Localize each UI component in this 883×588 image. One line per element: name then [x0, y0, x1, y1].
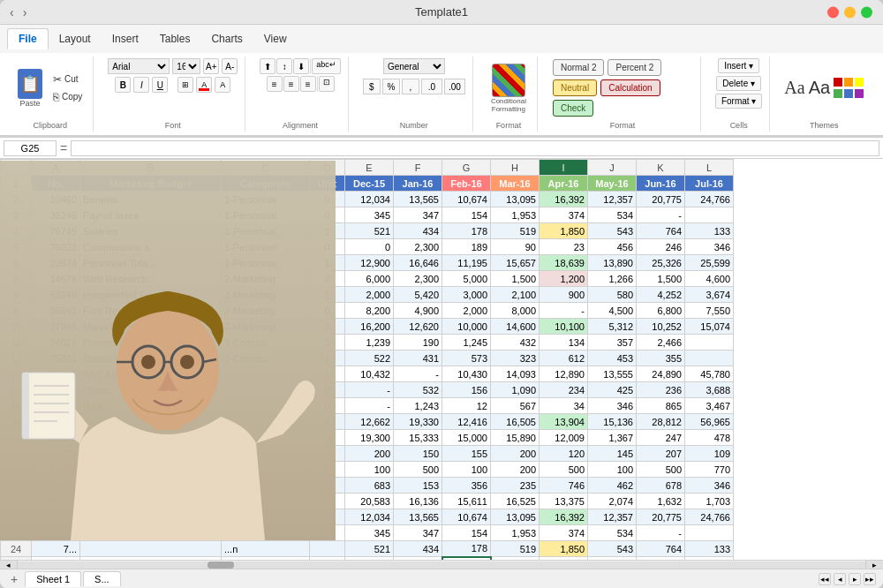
- spreadsheet-wrapper[interactable]: A B C D E F G H I J K L: [0, 159, 883, 560]
- col-header-d[interactable]: D: [310, 160, 345, 176]
- dec-inc-button[interactable]: .0: [421, 79, 442, 94]
- color-swatch-red[interactable]: [834, 78, 842, 87]
- calculation-button[interactable]: Calculation: [600, 79, 660, 96]
- font-color-button[interactable]: A: [215, 77, 230, 93]
- hdr-dec15[interactable]: Dec-15: [345, 176, 394, 192]
- font-shrink-button[interactable]: A-: [222, 58, 238, 74]
- col-header-k[interactable]: K: [637, 160, 685, 176]
- hdr-mar16[interactable]: Mar-16: [491, 176, 540, 192]
- minimize-button[interactable]: [844, 6, 856, 18]
- normal2-button[interactable]: Normal 2: [553, 59, 605, 76]
- underline-button[interactable]: U: [152, 77, 168, 93]
- col-header-f[interactable]: F: [394, 160, 442, 176]
- tab-charts[interactable]: Charts: [200, 29, 253, 49]
- nav-forward[interactable]: ›: [20, 5, 30, 19]
- delete-cells-button[interactable]: Delete ▾: [716, 76, 761, 91]
- color-swatch-yellow[interactable]: [855, 78, 864, 87]
- nav-back[interactable]: ‹: [7, 5, 17, 19]
- table-row: 623674Personnel Tota...1-Personnal112,90…: [1, 255, 734, 271]
- currency-button[interactable]: $: [363, 79, 381, 94]
- sheet-scroll-left[interactable]: ◂◂: [819, 573, 831, 585]
- color-swatch-blue[interactable]: [844, 89, 853, 98]
- horizontal-scrollbar[interactable]: ◂ ▸: [0, 560, 883, 569]
- tab-insert[interactable]: Insert: [102, 29, 149, 49]
- align-right-button[interactable]: ≡: [300, 76, 316, 92]
- hdr-no[interactable]: No.: [32, 176, 80, 192]
- color-swatch-green[interactable]: [834, 89, 842, 98]
- hdr-apr16[interactable]: Apr-16: [540, 176, 588, 192]
- scroll-right-btn[interactable]: ▸: [865, 561, 883, 569]
- spreadsheet-container[interactable]: A B C D E F G H I J K L: [0, 159, 883, 560]
- col-header-c[interactable]: C: [222, 160, 310, 176]
- italic-button[interactable]: I: [133, 77, 149, 93]
- theme-aa2[interactable]: Aa: [809, 78, 830, 98]
- hdr-may16[interactable]: May-16: [588, 176, 637, 192]
- cut-button[interactable]: ✂ Cut: [49, 72, 86, 87]
- color-swatch-purple[interactable]: [855, 89, 864, 98]
- check-button[interactable]: Check: [553, 100, 593, 117]
- formula-input[interactable]: [71, 140, 879, 156]
- scroll-left-btn[interactable]: ◂: [0, 561, 18, 569]
- hdr-jul16[interactable]: Jul-16: [685, 176, 734, 192]
- hdr-marketing-budget[interactable]: Marketing Budget: [80, 176, 222, 192]
- col-header-g[interactable]: G: [442, 160, 491, 176]
- font-grow-button[interactable]: A+: [203, 58, 219, 74]
- col-header-i[interactable]: I: [540, 160, 588, 176]
- sheet-scroll-right[interactable]: ▸▸: [864, 573, 876, 585]
- percent2-button[interactable]: Percent 2: [608, 59, 661, 76]
- maximize-button[interactable]: [861, 6, 872, 18]
- format-cells-label: Format: [610, 119, 636, 130]
- fill-color-button[interactable]: A: [196, 77, 212, 93]
- neutral-button[interactable]: Neutral: [553, 79, 597, 96]
- col-header-a[interactable]: A: [32, 160, 80, 176]
- wrap-text-button[interactable]: abc↵: [312, 58, 341, 74]
- paste-button[interactable]: 📋 Paste: [14, 67, 46, 109]
- sheet-tab-1[interactable]: Sheet 1: [25, 571, 81, 587]
- font-size-select[interactable]: 16: [172, 58, 200, 74]
- hdr-unit[interactable]: Unit: [310, 176, 345, 192]
- align-bottom-button[interactable]: ⬇: [293, 58, 309, 74]
- col-header-h[interactable]: H: [491, 160, 540, 176]
- table-row: 257602...conn...02,3001899023456246346: [1, 557, 734, 561]
- nav-arrows[interactable]: ‹ ›: [7, 5, 29, 19]
- add-sheet-button[interactable]: +: [4, 570, 25, 588]
- col-header-l[interactable]: L: [685, 160, 734, 176]
- copy-button[interactable]: ⎘ Copy: [49, 89, 86, 105]
- theme-aa1[interactable]: Aa: [784, 78, 804, 98]
- color-swatch-orange[interactable]: [844, 78, 853, 87]
- clipboard-content: 📋 Paste ✂ Cut ⎘ Copy: [14, 58, 86, 117]
- borders-button[interactable]: ⊞: [177, 77, 193, 93]
- close-button[interactable]: [827, 6, 839, 18]
- font-name-select[interactable]: Arial: [108, 58, 170, 74]
- align-center-button[interactable]: ≡: [283, 76, 299, 92]
- table-row: 2212,03413,56510,67413,09516,39212,35720…: [1, 509, 734, 525]
- col-header-b[interactable]: B: [80, 160, 222, 176]
- format-cells-button[interactable]: Format ▾: [715, 94, 762, 109]
- tab-layout[interactable]: Layout: [49, 29, 102, 49]
- align-middle-button[interactable]: ↕: [276, 58, 292, 74]
- conditional-format-button[interactable]: ConditionalFormatting: [487, 62, 530, 115]
- tab-view[interactable]: View: [253, 29, 298, 49]
- col-header-j[interactable]: J: [588, 160, 637, 176]
- align-top-button[interactable]: ⬆: [260, 58, 275, 74]
- tab-file[interactable]: File: [7, 28, 49, 49]
- dec-dec-button[interactable]: .00: [444, 79, 465, 94]
- insert-cells-button[interactable]: Insert ▾: [718, 58, 759, 73]
- col-header-e[interactable]: E: [345, 160, 394, 176]
- hdr-categories[interactable]: Categories: [222, 176, 310, 192]
- cell-reference[interactable]: G25: [4, 140, 57, 156]
- sheet-tab-2[interactable]: S...: [83, 571, 121, 586]
- sheet-scroll-next[interactable]: ▸: [849, 573, 861, 585]
- number-format-select[interactable]: General: [383, 58, 445, 74]
- hdr-feb16[interactable]: Feb-16: [442, 176, 491, 192]
- comma-button[interactable]: ,: [402, 79, 419, 94]
- hdr-jan16[interactable]: Jan-16: [394, 176, 442, 192]
- sheet-scroll-prev[interactable]: ◂: [834, 573, 846, 585]
- scroll-thumb-h[interactable]: [208, 562, 234, 569]
- align-left-button[interactable]: ≡: [267, 76, 283, 92]
- merge-button[interactable]: ⊡: [319, 76, 335, 92]
- tab-tables[interactable]: Tables: [149, 29, 201, 49]
- percent-button[interactable]: %: [382, 79, 400, 94]
- hdr-jun16[interactable]: Jun-16: [637, 176, 685, 192]
- bold-button[interactable]: B: [115, 77, 131, 93]
